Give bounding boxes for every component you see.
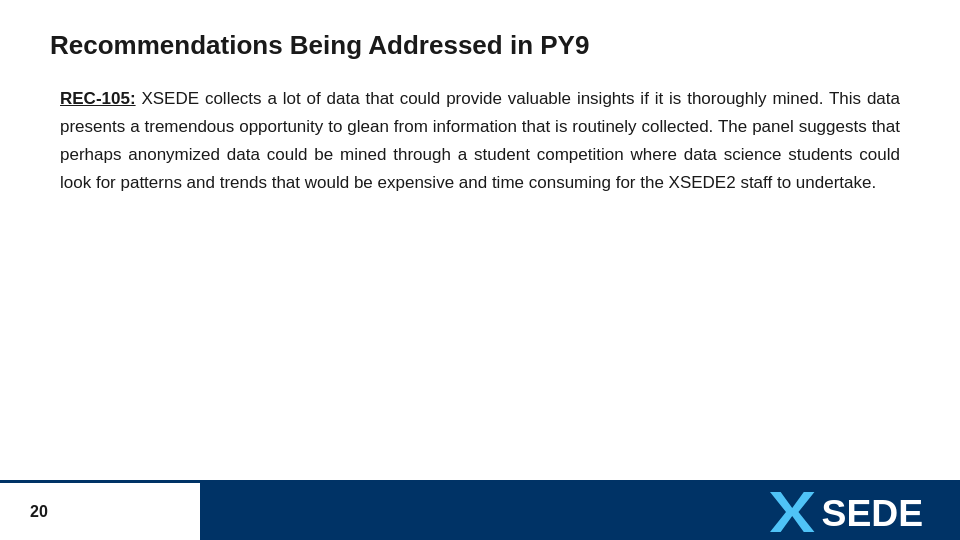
svg-marker-0 [770,492,814,532]
page-number: 20 [30,503,48,521]
svg-text:SEDE: SEDE [822,492,924,532]
xsede-logo-svg: SEDE [770,492,930,532]
main-content: Recommendations Being Addressed in PY9 R… [0,0,960,480]
footer: 20 SEDE [0,480,960,540]
footer-right: SEDE [203,483,960,540]
slide-title: Recommendations Being Addressed in PY9 [50,30,910,61]
xsede-logo: SEDE [770,492,930,532]
rec-label: REC-105: [60,89,136,108]
slide-container: Recommendations Being Addressed in PY9 R… [0,0,960,540]
rec-text: REC-105: XSEDE collects a lot of data th… [60,85,900,197]
rec-body: XSEDE collects a lot of data that could … [60,89,900,192]
footer-left: 20 [0,483,200,540]
rec-block: REC-105: XSEDE collects a lot of data th… [50,85,910,197]
